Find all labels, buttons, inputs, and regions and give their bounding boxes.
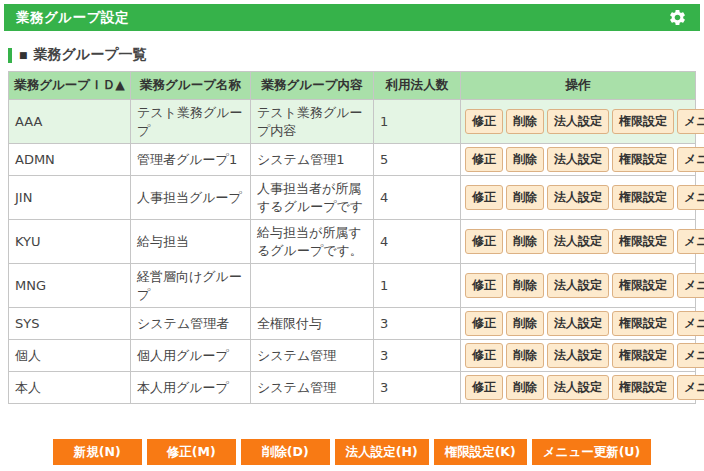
row-action-edit-button[interactable]: 修正 bbox=[465, 109, 503, 134]
row-action-delete-button[interactable]: 削除 bbox=[506, 273, 544, 298]
row-action-permission-settings-button[interactable]: 権限設定 bbox=[612, 375, 674, 400]
footer-permission-settings-button[interactable]: 権限設定(K) bbox=[434, 439, 527, 465]
row-action-delete-button[interactable]: 削除 bbox=[506, 375, 544, 400]
row-action-delete-button[interactable]: 削除 bbox=[506, 229, 544, 254]
column-header-corp-count: 利用法人数 bbox=[374, 72, 461, 100]
cell-group-description: システム管理 bbox=[251, 340, 374, 372]
page-title: 業務グループ設定 bbox=[16, 9, 129, 27]
row-action-menu-update-button[interactable]: メニュー更新 bbox=[677, 229, 704, 254]
table-row-MNG[interactable]: MNG経営層向けグループ1修正削除法人設定権限設定メニュー更新 bbox=[9, 264, 696, 308]
cell-group-name: システム管理者 bbox=[131, 308, 251, 340]
row-action-corp-settings-button[interactable]: 法人設定 bbox=[547, 311, 609, 336]
column-header-group-description: 業務グループ内容 bbox=[251, 72, 374, 100]
cell-actions: 修正削除法人設定権限設定メニュー更新 bbox=[461, 144, 696, 176]
cell-group-id: 個人 bbox=[9, 340, 131, 372]
cell-group-description: 給与担当が所属するグループです。 bbox=[251, 220, 374, 264]
cell-corp-count: 3 bbox=[374, 340, 461, 372]
row-action-menu-update-button[interactable]: メニュー更新 bbox=[677, 109, 704, 134]
table-row-KYU[interactable]: KYU給与担当給与担当が所属するグループです。4修正削除法人設定権限設定メニュー… bbox=[9, 220, 696, 264]
row-action-permission-settings-button[interactable]: 権限設定 bbox=[612, 273, 674, 298]
row-action-corp-settings-button[interactable]: 法人設定 bbox=[547, 343, 609, 368]
row-action-delete-button[interactable]: 削除 bbox=[506, 147, 544, 172]
row-action-corp-settings-button[interactable]: 法人設定 bbox=[547, 375, 609, 400]
table-row-JIN[interactable]: JIN人事担当グループ人事担当者が所属するグループです4修正削除法人設定権限設定… bbox=[9, 176, 696, 220]
footer-menu-update-button[interactable]: メニュー更新(U) bbox=[532, 439, 651, 465]
row-action-corp-settings-button[interactable]: 法人設定 bbox=[547, 273, 609, 298]
row-action-edit-button[interactable]: 修正 bbox=[465, 375, 503, 400]
footer-corp-settings-button[interactable]: 法人設定(H) bbox=[335, 439, 429, 465]
cell-actions: 修正削除法人設定権限設定メニュー更新 bbox=[461, 372, 696, 404]
cell-corp-count: 4 bbox=[374, 220, 461, 264]
cell-actions: 修正削除法人設定権限設定メニュー更新 bbox=[461, 176, 696, 220]
cell-group-id: 本人 bbox=[9, 372, 131, 404]
row-action-delete-button[interactable]: 削除 bbox=[506, 185, 544, 210]
row-action-menu-update-button[interactable]: メニュー更新 bbox=[677, 343, 704, 368]
cell-actions: 修正削除法人設定権限設定メニュー更新 bbox=[461, 220, 696, 264]
cell-group-name: 個人用グループ bbox=[131, 340, 251, 372]
cell-actions: 修正削除法人設定権限設定メニュー更新 bbox=[461, 308, 696, 340]
row-action-delete-button[interactable]: 削除 bbox=[506, 311, 544, 336]
cell-group-id: MNG bbox=[9, 264, 131, 308]
table-row-個人[interactable]: 個人個人用グループシステム管理3修正削除法人設定権限設定メニュー更新 bbox=[9, 340, 696, 372]
cell-corp-count: 3 bbox=[374, 308, 461, 340]
cell-corp-count: 1 bbox=[374, 264, 461, 308]
row-action-menu-update-button[interactable]: メニュー更新 bbox=[677, 311, 704, 336]
cell-group-name: 管理者グループ1 bbox=[131, 144, 251, 176]
cell-group-id: JIN bbox=[9, 176, 131, 220]
cell-group-name: 経営層向けグループ bbox=[131, 264, 251, 308]
cell-corp-count: 5 bbox=[374, 144, 461, 176]
footer-new-button[interactable]: 新規(N) bbox=[53, 439, 142, 465]
row-action-corp-settings-button[interactable]: 法人設定 bbox=[547, 147, 609, 172]
column-header-group-id[interactable]: 業務グループＩＤ▲ bbox=[9, 72, 131, 100]
row-action-permission-settings-button[interactable]: 権限設定 bbox=[612, 109, 674, 134]
business-group-table: 業務グループＩＤ▲業務グループ名称業務グループ内容利用法人数操作 AAAテスト業… bbox=[8, 71, 696, 404]
footer-edit-button[interactable]: 修正(M) bbox=[147, 439, 236, 465]
cell-corp-count: 3 bbox=[374, 372, 461, 404]
table-row-SYS[interactable]: SYSシステム管理者全権限付与3修正削除法人設定権限設定メニュー更新 bbox=[9, 308, 696, 340]
cell-group-description bbox=[251, 264, 374, 308]
row-action-corp-settings-button[interactable]: 法人設定 bbox=[547, 109, 609, 134]
row-action-edit-button[interactable]: 修正 bbox=[465, 147, 503, 172]
row-action-permission-settings-button[interactable]: 権限設定 bbox=[612, 229, 674, 254]
row-action-corp-settings-button[interactable]: 法人設定 bbox=[547, 185, 609, 210]
cell-actions: 修正削除法人設定権限設定メニュー更新 bbox=[461, 340, 696, 372]
row-action-delete-button[interactable]: 削除 bbox=[506, 343, 544, 368]
cell-group-description: 全権限付与 bbox=[251, 308, 374, 340]
row-action-permission-settings-button[interactable]: 権限設定 bbox=[612, 147, 674, 172]
row-action-menu-update-button[interactable]: メニュー更新 bbox=[677, 273, 704, 298]
section-bullet-icon: ■ bbox=[19, 50, 28, 60]
page-header: 業務グループ設定 bbox=[4, 4, 700, 31]
cell-group-description: システム管理 bbox=[251, 372, 374, 404]
row-action-edit-button[interactable]: 修正 bbox=[465, 229, 503, 254]
table-row-本人[interactable]: 本人本人用グループシステム管理3修正削除法人設定権限設定メニュー更新 bbox=[9, 372, 696, 404]
cell-group-description: 人事担当者が所属するグループです bbox=[251, 176, 374, 220]
row-action-menu-update-button[interactable]: メニュー更新 bbox=[677, 147, 704, 172]
row-action-edit-button[interactable]: 修正 bbox=[465, 273, 503, 298]
row-action-edit-button[interactable]: 修正 bbox=[465, 185, 503, 210]
cell-actions: 修正削除法人設定権限設定メニュー更新 bbox=[461, 264, 696, 308]
column-header-operations: 操作 bbox=[461, 72, 696, 100]
footer-button-bar: 新規(N)修正(M)削除(D)法人設定(H)権限設定(K)メニュー更新(U) bbox=[0, 439, 704, 465]
cell-group-name: 給与担当 bbox=[131, 220, 251, 264]
row-action-permission-settings-button[interactable]: 権限設定 bbox=[612, 343, 674, 368]
row-action-permission-settings-button[interactable]: 権限設定 bbox=[612, 311, 674, 336]
row-action-edit-button[interactable]: 修正 bbox=[465, 311, 503, 336]
table-row-ADMN[interactable]: ADMN管理者グループ1システム管理15修正削除法人設定権限設定メニュー更新 bbox=[9, 144, 696, 176]
cell-group-description: テスト業務グループ内容 bbox=[251, 100, 374, 144]
cell-group-id: KYU bbox=[9, 220, 131, 264]
footer-delete-button[interactable]: 削除(D) bbox=[241, 439, 330, 465]
cell-actions: 修正削除法人設定権限設定メニュー更新 bbox=[461, 100, 696, 144]
table-header: 業務グループＩＤ▲業務グループ名称業務グループ内容利用法人数操作 bbox=[9, 72, 696, 100]
row-action-edit-button[interactable]: 修正 bbox=[465, 343, 503, 368]
table-body: AAAテスト業務グループテスト業務グループ内容1修正削除法人設定権限設定メニュー… bbox=[9, 100, 696, 404]
row-action-permission-settings-button[interactable]: 権限設定 bbox=[612, 185, 674, 210]
section-accent-bar bbox=[8, 48, 12, 63]
table-row-AAA[interactable]: AAAテスト業務グループテスト業務グループ内容1修正削除法人設定権限設定メニュー… bbox=[9, 100, 696, 144]
row-action-menu-update-button[interactable]: メニュー更新 bbox=[677, 185, 704, 210]
cell-group-id: ADMN bbox=[9, 144, 131, 176]
settings-gear-icon[interactable] bbox=[668, 8, 687, 27]
row-action-corp-settings-button[interactable]: 法人設定 bbox=[547, 229, 609, 254]
row-action-menu-update-button[interactable]: メニュー更新 bbox=[677, 375, 704, 400]
cell-group-id: SYS bbox=[9, 308, 131, 340]
row-action-delete-button[interactable]: 削除 bbox=[506, 109, 544, 134]
